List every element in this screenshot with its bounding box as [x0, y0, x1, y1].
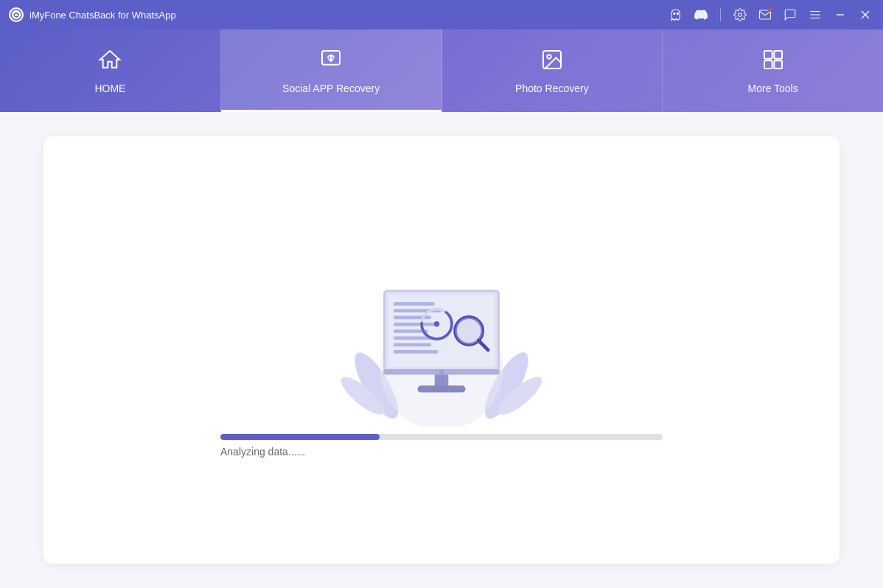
titlebar: iMyFone ChatsBack for WhatsApp: [0, 0, 883, 29]
svg-point-0: [11, 10, 21, 20]
svg-rect-31: [394, 343, 431, 347]
refresh-icon: [319, 48, 343, 77]
settings-icon[interactable]: [731, 6, 749, 24]
svg-point-2: [677, 13, 678, 14]
svg-point-42: [439, 369, 444, 374]
tab-more-tools[interactable]: More Tools: [663, 29, 883, 112]
svg-rect-16: [774, 60, 782, 69]
app-logo: [9, 7, 24, 22]
svg-point-3: [739, 13, 742, 17]
tab-photo-recovery[interactable]: Photo Recovery: [442, 29, 663, 112]
main-content: Analyzing data......: [0, 112, 883, 588]
titlebar-right: [667, 6, 874, 24]
svg-rect-14: [774, 51, 782, 59]
svg-point-1: [674, 13, 675, 14]
illustration: [301, 242, 582, 419]
progress-bar: [220, 434, 663, 440]
tab-more-tools-label: More Tools: [748, 83, 798, 94]
svg-point-12: [547, 55, 551, 58]
minimize-button[interactable]: [831, 6, 849, 24]
status-text: Analyzing data......: [220, 446, 663, 458]
divider: [720, 8, 721, 21]
progress-fill: [220, 434, 380, 440]
tab-home-label: HOME: [94, 83, 125, 94]
photo-icon: [540, 48, 564, 77]
ghost-icon[interactable]: [667, 6, 685, 24]
svg-rect-15: [764, 60, 772, 69]
tab-social-app-recovery[interactable]: Social APP Recovery: [221, 29, 442, 112]
svg-rect-13: [764, 51, 772, 59]
tab-social-label: Social APP Recovery: [282, 83, 380, 94]
home-icon: [98, 48, 122, 77]
chat-icon[interactable]: [781, 6, 799, 24]
tab-photo-label: Photo Recovery: [515, 83, 589, 94]
menu-icon[interactable]: [806, 6, 824, 24]
svg-rect-32: [394, 350, 438, 354]
titlebar-left: iMyFone ChatsBack for WhatsApp: [9, 7, 176, 22]
svg-rect-40: [418, 385, 466, 392]
mail-icon[interactable]: [756, 6, 774, 24]
svg-point-35: [434, 321, 439, 326]
svg-rect-25: [394, 302, 435, 306]
tools-icon: [761, 48, 785, 77]
discord-icon[interactable]: [692, 6, 710, 24]
content-card: Analyzing data......: [43, 136, 840, 564]
app-title: iMyFone ChatsBack for WhatsApp: [29, 10, 176, 21]
tab-home[interactable]: HOME: [0, 29, 221, 112]
svg-rect-27: [394, 316, 431, 320]
close-button[interactable]: [856, 6, 874, 24]
progress-container: Analyzing data......: [220, 434, 663, 458]
navbar: HOME Social APP Recovery Photo Recovery: [0, 29, 883, 112]
svg-rect-28: [394, 323, 438, 326]
